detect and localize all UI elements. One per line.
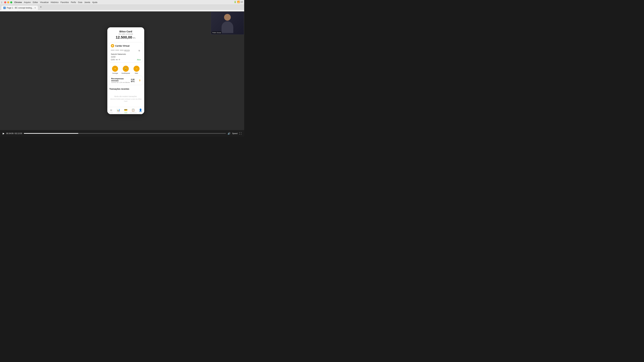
menu-guia[interactable]: Guia	[77, 1, 83, 3]
tab-favicon: P	[3, 7, 6, 9]
play-button[interactable]: ▶	[3, 132, 4, 135]
menu-favoritos[interactable]: Favoritos	[60, 1, 70, 3]
perfil-icon: 👤	[139, 108, 142, 112]
menu-editar[interactable]: Editar	[32, 1, 39, 3]
wifi-icon: 📶	[237, 1, 240, 3]
person-head	[224, 14, 231, 21]
speed-button[interactable]: Speed	[232, 132, 238, 134]
menu-bar: Chrome Arquivo Editar Visualizar Históri…	[13, 1, 98, 3]
balance-currency: BRL	[133, 37, 136, 39]
action-carregar[interactable]: + Carregar	[112, 66, 118, 74]
menu-chrome[interactable]: Chrome	[13, 1, 23, 3]
progress-fill	[24, 133, 78, 134]
current-time: 00:34:09	[6, 132, 14, 134]
menu-visualizar[interactable]: Visualizar	[39, 1, 50, 3]
webcam-overlay: Pedro Sousa	[211, 11, 244, 35]
person-body	[222, 21, 233, 33]
wallet-icon: ▣	[110, 108, 112, 112]
title-bar-left:  Chrome Arquivo Editar Visualizar Histó…	[1, 1, 98, 4]
mais-icon: ···	[134, 66, 140, 72]
menu-janela[interactable]: Janela	[83, 1, 91, 3]
carregar-label: Carregar	[112, 72, 118, 74]
new-tab-button[interactable]: +	[38, 5, 43, 9]
balance-value: 12.500,00	[116, 35, 132, 39]
video-bar: ▶ 00:34:09 / 02:13:33 🔊 Speed ⛶	[0, 130, 244, 137]
progress-bar[interactable]	[24, 133, 226, 134]
card-logo-inner	[112, 45, 113, 46]
nav-item-cripto[interactable]: 📊 Cripto	[115, 108, 122, 113]
rewards-subtitle: Ganhos de 1,5% em Bitcoin	[111, 82, 131, 83]
title-bar-right: 🔋 📶 10	[234, 1, 243, 3]
card-label: Card	[124, 112, 127, 113]
transacoes-icon: 📋	[132, 108, 135, 112]
card-header: Cartão Virtual	[111, 44, 141, 47]
webcam-person	[211, 12, 244, 34]
fullscreen-button[interactable]: ⛶	[239, 132, 242, 135]
balance-amount: 12.500,00 BRL	[110, 35, 142, 39]
card-number-row: **** **** **** 0113 ⧉	[111, 49, 141, 52]
figma-canvas: Bitso Card Seu saldo combinado 12.500,00…	[0, 11, 244, 130]
card-cvv: CVV: ••• 👁	[111, 58, 120, 61]
card-logo	[111, 44, 114, 47]
bottom-nav: ▣ Wallet 📊 Cripto 💳 Card 📋 Transações	[107, 107, 144, 114]
app-header: Bitso Card Seu saldo combinado 12.500,00…	[107, 27, 144, 41]
rewards-right: 0.00 BTC ₿	[131, 78, 140, 82]
webcam-name: Pedro Sousa	[212, 31, 222, 34]
cvv-label: CVV:	[111, 59, 115, 61]
balance-label: Seu saldo combinado	[110, 33, 142, 35]
nav-item-perfil[interactable]: 👤 Perfil	[137, 108, 144, 113]
cripto-label: Cripto	[116, 112, 120, 113]
cvv-value: •••	[116, 59, 118, 61]
card-title: Cartão Virtual	[115, 44, 130, 47]
nav-item-wallet[interactable]: ▣ Wallet	[107, 108, 115, 113]
transactions-title: Transações recentes	[109, 88, 142, 90]
rewards-banner[interactable]: Recompensas mensais Ganhos de 1,5% em Bi…	[109, 76, 142, 85]
card-holder: Satoshi Nakamoto	[111, 53, 141, 55]
total-time: 02:13:33	[15, 132, 22, 134]
menu-perfis[interactable]: Perfis	[70, 1, 77, 3]
transactions-section: Transações recentes Ainda não existem tr…	[107, 86, 144, 107]
phone-container: Bitso Card Seu saldo combinado 12.500,00…	[107, 27, 144, 114]
card-number: **** **** **** 0113	[111, 49, 130, 52]
transacoes-label: Transações	[130, 112, 137, 113]
card-nav-icon: 💳	[124, 108, 128, 112]
no-tx-sub-text: Adicione fundos para começar a usar seu …	[109, 98, 142, 102]
rewards-title: Recompensas mensais	[111, 78, 131, 82]
phone-app: Bitso Card Seu saldo combinado 12.500,00…	[107, 27, 144, 114]
cripto-icon: 📊	[117, 108, 120, 112]
tab-title: Page 1 - BC concept testing...	[7, 7, 33, 9]
action-desbloquear[interactable]: 🔒 Desbloquear	[122, 66, 130, 74]
copy-icon[interactable]: ⧉	[138, 49, 141, 52]
traffic-light-maximize[interactable]	[10, 1, 12, 3]
battery-icon: 🔋	[234, 1, 236, 3]
browser-tab-active[interactable]: P Page 1 - BC concept testing... ×	[1, 6, 38, 10]
mais-label: Mais	[135, 72, 138, 74]
btc-icon: ₿	[139, 79, 140, 82]
desbloquear-label: Desbloquear	[122, 72, 130, 74]
nav-item-card[interactable]: 💳 Card	[122, 108, 130, 113]
apple-icon: 	[1, 1, 2, 4]
card-cvv-row: CVV: ••• 👁 Ativo	[111, 58, 141, 61]
no-tx-main-text: Ainda não existem transações.	[109, 95, 142, 97]
action-mais[interactable]: ··· Mais	[134, 66, 140, 74]
person-silhouette	[221, 14, 234, 32]
menu-historico[interactable]: Histórico	[50, 1, 60, 3]
no-transactions: Ainda não existem transações. Adicione f…	[109, 92, 142, 106]
title-bar:  Chrome Arquivo Editar Visualizar Histó…	[0, 0, 244, 5]
menu-ajuda[interactable]: Ajuda	[91, 1, 98, 3]
eye-icon[interactable]: 👁	[118, 58, 120, 61]
menu-arquivo[interactable]: Arquivo	[23, 1, 32, 3]
action-row: + Carregar 🔒 Desbloquear ··· Mais	[107, 64, 144, 76]
card-section: Cartão Virtual **** **** **** 0113 ⧉ Sat…	[109, 42, 142, 63]
traffic-light-close[interactable]	[4, 1, 6, 3]
tab-close-button[interactable]: ×	[34, 7, 36, 9]
volume-icon[interactable]: 🔊	[228, 132, 230, 135]
clock-icon: 10	[240, 1, 243, 3]
tab-bar: P Page 1 - BC concept testing... × +	[0, 5, 244, 10]
traffic-light-minimize[interactable]	[7, 1, 9, 3]
main-view: Bitso Card Seu saldo combinado 12.500,00…	[0, 11, 244, 130]
card-expiry: 11/22	[111, 56, 141, 58]
card-status: Ativo	[137, 59, 141, 60]
nav-item-transacoes[interactable]: 📋 Transações	[130, 108, 137, 113]
wallet-label: Wallet	[109, 112, 113, 113]
